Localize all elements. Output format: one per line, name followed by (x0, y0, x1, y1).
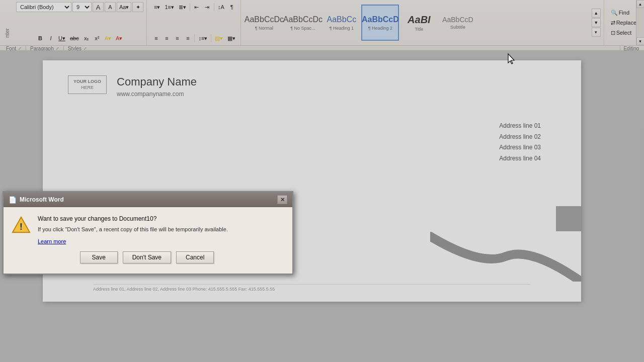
warning-icon: ! (12, 215, 31, 234)
dialog-title-text: Microsoft Word (20, 196, 64, 203)
dialog-sub-message: If you click "Don't Save", a recent copy… (38, 226, 282, 232)
dialog-body: ! Want to save your changes to Document1… (4, 207, 292, 274)
dialog-titlebar: 📄 Microsoft Word ✕ (4, 192, 292, 207)
dialog-text: Want to save your changes to Document10?… (38, 215, 282, 245)
dialog-title-icon: 📄 (9, 196, 17, 204)
dialog-buttons: Save Don't Save Cancel (12, 251, 282, 263)
dialog-close-btn[interactable]: ✕ (277, 195, 287, 204)
dialog-main-message: Want to save your changes to Document10? (38, 215, 282, 222)
svg-text:!: ! (20, 221, 23, 232)
save-dialog: 📄 Microsoft Word ✕ ! Want to save your c… (3, 191, 293, 275)
dialog-learn-more-link[interactable]: Learn more (38, 238, 66, 244)
dont-save-button[interactable]: Don't Save (123, 251, 171, 263)
dialog-message-row: ! Want to save your changes to Document1… (12, 215, 282, 245)
dialog-overlay (0, 0, 644, 362)
save-button[interactable]: Save (80, 251, 118, 263)
cancel-button[interactable]: Cancel (176, 251, 214, 263)
